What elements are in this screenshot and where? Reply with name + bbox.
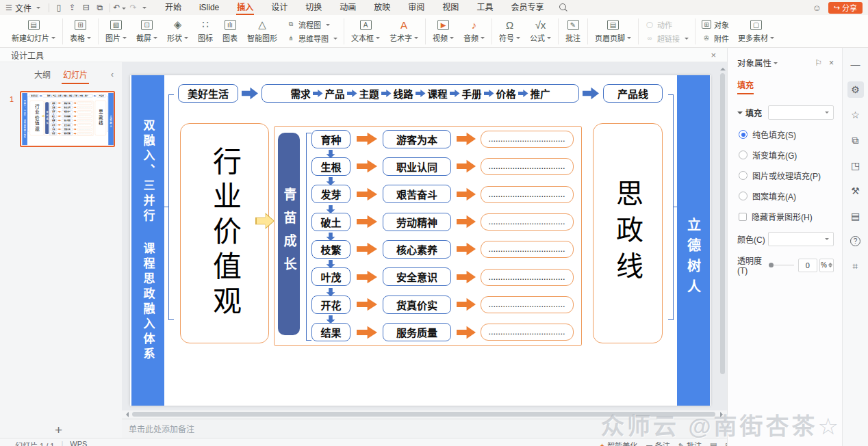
stage-box[interactable]: 开花 bbox=[51, 128, 57, 131]
video-button[interactable]: 视频 bbox=[428, 16, 459, 47]
stage-box[interactable]: 结果 bbox=[51, 132, 57, 135]
tab-outline[interactable]: 大纲 bbox=[34, 68, 51, 80]
horizontal-scrollbar[interactable] bbox=[123, 411, 726, 417]
value-box[interactable]: 核心素养 bbox=[62, 119, 73, 122]
tab-animation[interactable]: 动画 bbox=[331, 0, 365, 15]
notes-area[interactable]: 单击此处添加备注 bbox=[122, 419, 727, 438]
redo-icon[interactable]: ↷ bbox=[127, 3, 140, 12]
chart-button[interactable]: 图表 bbox=[218, 16, 242, 47]
right-bracket-shape[interactable] bbox=[668, 94, 674, 320]
value-box[interactable]: 职业认同 bbox=[383, 157, 451, 176]
scroll-up-icon[interactable] bbox=[720, 65, 726, 70]
textbox-button[interactable]: 文本框 bbox=[346, 16, 385, 47]
fill-tab[interactable]: 填充 bbox=[737, 79, 754, 94]
star-icon[interactable]: ☆ bbox=[847, 107, 864, 123]
picture-button[interactable]: 图片 bbox=[101, 16, 131, 47]
dotted-placeholder-box[interactable]: ................................ bbox=[77, 111, 92, 114]
slide-thumbnail[interactable]: 双融入、三并行 课程思政融入体系 美好生活 需求 产品 主题 线路 课程 手册 … bbox=[20, 91, 115, 147]
more-assets-button[interactable]: 更多素材 bbox=[733, 16, 779, 47]
tools-icon[interactable]: ⚒ bbox=[847, 183, 864, 199]
dotted-placeholder-box[interactable]: ................................ bbox=[481, 241, 574, 258]
arrow-right-icon[interactable] bbox=[40, 95, 42, 97]
value-box[interactable]: 劳动精神 bbox=[383, 213, 451, 231]
stage-box[interactable]: 育种 bbox=[311, 130, 350, 148]
stage-box[interactable]: 发芽 bbox=[311, 185, 350, 203]
formula-button[interactable]: 公式 bbox=[525, 16, 556, 47]
feedback-smiley-icon[interactable]: ☺ bbox=[813, 3, 821, 13]
value-box[interactable]: 艰苦奋斗 bbox=[383, 185, 451, 203]
audio-button[interactable]: 音频 bbox=[459, 16, 489, 47]
value-box[interactable]: 服务质量 bbox=[383, 323, 451, 341]
mindmap-button[interactable]: 思维导图 bbox=[286, 33, 337, 44]
new-slide-button[interactable]: 新建幻灯片 bbox=[7, 16, 60, 47]
value-box[interactable]: 服务质量 bbox=[62, 132, 73, 135]
industry-values-box[interactable]: 行业价值观 bbox=[30, 101, 44, 135]
vertical-scroll-thumb[interactable] bbox=[720, 73, 725, 374]
vertical-scrollbar[interactable] bbox=[719, 64, 726, 410]
beautify-button[interactable]: ✦ 智能美化 bbox=[599, 440, 637, 446]
close-icon[interactable]: × bbox=[829, 58, 834, 68]
stage-box[interactable]: 发芽 bbox=[51, 110, 57, 113]
left-theme-bar[interactable]: 双融入、三并行 课程思政融入体系 bbox=[131, 75, 164, 406]
stage-bracket-shape[interactable] bbox=[306, 133, 311, 341]
chain-steps-box[interactable]: 需求 产品 主题 线路 课程 手册 价格 推广 bbox=[42, 94, 92, 97]
smartart-button[interactable]: 智能图形 bbox=[242, 16, 282, 47]
dotted-placeholder-box[interactable]: ................................ bbox=[77, 128, 92, 131]
dotted-placeholder-box[interactable]: ................................ bbox=[77, 132, 92, 135]
left-bracket-shape[interactable] bbox=[28, 96, 29, 131]
industry-values-box[interactable]: 行业价值观 bbox=[180, 123, 269, 343]
fill-preset-dropdown[interactable] bbox=[768, 105, 834, 120]
symbol-button[interactable]: 符号 bbox=[494, 16, 525, 47]
wordart-button[interactable]: 艺术字 bbox=[385, 16, 423, 47]
hide-background-checkbox[interactable]: 隐藏背景图形(H) bbox=[739, 211, 834, 222]
stage-box[interactable]: 结果 bbox=[311, 323, 350, 341]
help-icon[interactable]: ? bbox=[850, 236, 860, 246]
value-box[interactable]: 职业认同 bbox=[62, 106, 73, 109]
collapse-panel-icon[interactable]: ‹ bbox=[111, 69, 114, 79]
comments-toggle-button[interactable]: ✎ 批注 bbox=[678, 440, 702, 446]
tab-tools[interactable]: 工具 bbox=[468, 0, 502, 15]
fill-section-header[interactable]: 填充 bbox=[737, 107, 762, 118]
icon-library-button[interactable]: 图标 bbox=[193, 16, 218, 47]
value-box[interactable]: 艰苦奋斗 bbox=[62, 110, 73, 113]
picture-texture-fill-option[interactable]: 图片或纹理填充(P) bbox=[739, 170, 834, 181]
close-icon[interactable]: × bbox=[711, 50, 716, 60]
chain-end-box[interactable]: 产品线 bbox=[97, 94, 106, 97]
print-icon[interactable]: ⊟ bbox=[79, 3, 93, 12]
dotted-placeholder-box[interactable]: ................................ bbox=[481, 131, 574, 148]
stage-box[interactable]: 开花 bbox=[311, 296, 350, 314]
tab-slideshow[interactable]: 放映 bbox=[365, 0, 399, 15]
flowchart-button[interactable]: 流程图 bbox=[286, 19, 337, 30]
slide[interactable]: 双融入、三并行 课程思政融入体系 美好生活 需求 产品 主题 线路 课程 手册 … bbox=[22, 93, 114, 145]
slider-knob[interactable] bbox=[769, 263, 774, 267]
transparency-input[interactable]: 0 bbox=[798, 259, 817, 272]
left-theme-bar[interactable]: 双融入、三并行 课程思政融入体系 bbox=[22, 93, 27, 145]
chain-steps-box[interactable]: 需求 产品 主题 线路 课程 手册 价格 推广 bbox=[261, 84, 579, 103]
arrow-right-icon[interactable] bbox=[242, 87, 258, 100]
arrow-right-icon[interactable] bbox=[93, 95, 96, 97]
solid-fill-option[interactable]: 纯色填充(S) bbox=[739, 129, 834, 140]
stage-box[interactable]: 生根 bbox=[51, 106, 57, 109]
stage-box[interactable]: 叶茂 bbox=[51, 123, 57, 126]
stage-box[interactable]: 叶茂 bbox=[311, 267, 350, 286]
value-box[interactable]: 游客为本 bbox=[383, 130, 451, 148]
tab-design[interactable]: 设计 bbox=[262, 0, 296, 15]
tab-slides[interactable]: 幻灯片 bbox=[63, 68, 88, 80]
value-box[interactable]: 核心素养 bbox=[383, 240, 451, 259]
copy-icon[interactable]: ⧉ bbox=[93, 3, 107, 12]
chain-start-box[interactable]: 美好生活 bbox=[178, 84, 238, 103]
undo-icon[interactable]: ↶ bbox=[113, 3, 127, 12]
dotted-placeholder-box[interactable]: ................................ bbox=[481, 213, 574, 231]
value-box[interactable]: 货真价实 bbox=[383, 296, 451, 314]
dotted-placeholder-box[interactable]: ................................ bbox=[481, 158, 574, 175]
dotted-placeholder-box[interactable]: ................................ bbox=[481, 296, 574, 313]
stage-box[interactable]: 枝繁 bbox=[51, 119, 57, 122]
table-button[interactable]: 表格 bbox=[65, 16, 96, 47]
chain-end-box[interactable]: 产品线 bbox=[603, 84, 663, 103]
tab-view[interactable]: 视图 bbox=[433, 0, 468, 15]
chain-start-box[interactable]: 美好生活 bbox=[29, 94, 39, 97]
value-box[interactable]: 游客为本 bbox=[62, 102, 73, 105]
growth-bar[interactable]: 青苗成长 bbox=[45, 102, 49, 134]
pin-icon[interactable]: ⚐ bbox=[815, 58, 822, 68]
value-box[interactable]: 货真价实 bbox=[62, 128, 73, 131]
